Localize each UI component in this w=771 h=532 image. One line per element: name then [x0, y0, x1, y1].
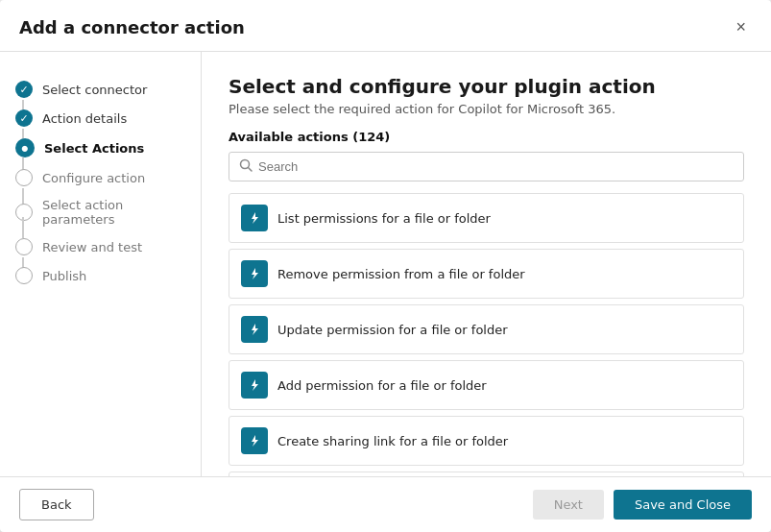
save-close-button[interactable]: Save and Close [614, 490, 752, 520]
main-subtitle: Please select the required action for Co… [229, 102, 744, 116]
next-button[interactable]: Next [533, 490, 604, 520]
dialog: Add a connector action × ✓Select connect… [0, 0, 771, 532]
sidebar-step-select-actions[interactable]: ●Select Actions [0, 133, 201, 163]
action-item-create-sharing-link[interactable]: Create sharing link for a file or folder [229, 416, 744, 466]
dialog-body: ✓Select connector✓Action details●Select … [0, 52, 771, 476]
sidebar: ✓Select connector✓Action details●Select … [0, 52, 202, 476]
dialog-footer: Back Next Save and Close [0, 476, 771, 532]
sidebar-step-review-and-test: Review and test [0, 232, 201, 261]
sidebar-step-action-details[interactable]: ✓Action details [0, 104, 201, 133]
close-button[interactable]: × [730, 15, 752, 39]
action-icon-update-permission [241, 316, 268, 343]
action-label-remove-permission: Remove permission from a file or folder [277, 267, 525, 281]
search-box [229, 152, 744, 181]
search-icon [239, 157, 253, 176]
action-label-update-permission: Update permission for a file or folder [277, 323, 508, 337]
action-label-list-permissions: List permissions for a file or folder [277, 211, 491, 226]
action-icon-add-permission [241, 372, 268, 399]
search-input[interactable] [258, 159, 734, 174]
svg-marker-3 [252, 268, 258, 279]
action-label-add-permission: Add permission for a file or folder [277, 378, 487, 393]
step-icon-select-connector: ✓ [15, 81, 33, 98]
sidebar-step-select-connector[interactable]: ✓Select connector [0, 75, 201, 104]
action-item-add-permission[interactable]: Add permission for a file or folder [229, 360, 744, 410]
step-label-select-actions: Select Actions [44, 141, 144, 156]
action-item-list-permissions[interactable]: List permissions for a file or folder [229, 193, 744, 243]
action-label-create-sharing-link: Create sharing link for a file or folder [277, 434, 508, 448]
action-item-remove-permission[interactable]: Remove permission from a file or folder [229, 249, 744, 299]
action-icon-remove-permission [241, 260, 268, 287]
step-icon-review-and-test [15, 238, 33, 255]
sidebar-step-select-action-parameters: Select action parameters [0, 192, 201, 232]
action-icon-create-sharing-link [241, 427, 268, 454]
step-label-configure-action: Configure action [42, 171, 145, 185]
step-label-action-details: Action details [42, 111, 127, 126]
step-icon-action-details: ✓ [15, 109, 33, 127]
step-label-select-action-parameters: Select action parameters [42, 198, 185, 227]
svg-line-1 [249, 168, 253, 172]
dialog-header: Add a connector action × [0, 0, 771, 52]
sidebar-step-configure-action: Configure action [0, 163, 201, 192]
svg-marker-2 [252, 212, 258, 224]
step-icon-publish [15, 267, 33, 284]
dialog-title: Add a connector action [19, 17, 245, 37]
svg-marker-4 [252, 324, 258, 335]
actions-list: List permissions for a file or folderRem… [229, 193, 744, 476]
step-icon-select-action-parameters [15, 204, 33, 221]
main-content: Select and configure your plugin action … [202, 52, 771, 476]
available-label: Available actions (124) [229, 130, 744, 144]
sidebar-step-publish: Publish [0, 261, 201, 290]
step-icon-select-actions: ● [15, 138, 35, 157]
step-icon-configure-action [15, 169, 33, 186]
action-icon-list-permissions [241, 205, 268, 231]
back-button[interactable]: Back [19, 489, 94, 520]
action-item-update-permission[interactable]: Update permission for a file or folder [229, 304, 744, 354]
step-label-select-connector: Select connector [42, 83, 147, 97]
step-label-review-and-test: Review and test [42, 240, 142, 254]
footer-right-buttons: Next Save and Close [533, 490, 752, 520]
svg-marker-6 [252, 435, 258, 447]
main-heading: Select and configure your plugin action [229, 75, 744, 98]
step-label-publish: Publish [42, 269, 86, 283]
svg-marker-5 [252, 379, 258, 391]
